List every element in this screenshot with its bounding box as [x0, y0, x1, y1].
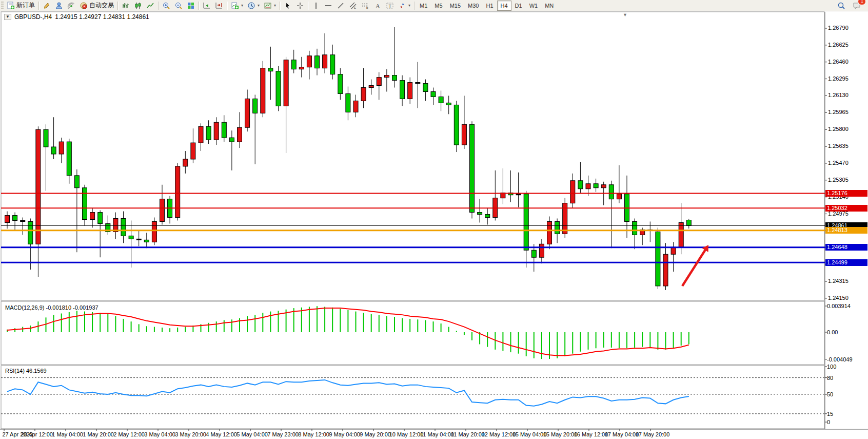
vertical-line-button[interactable] [310, 0, 322, 11]
chart-shift-button[interactable] [213, 0, 225, 11]
date-axis-label[interactable]: 10 May 12:00 [389, 431, 424, 437]
autotrading-button[interactable]: 自动交易 [77, 0, 116, 11]
rsi-axis-label[interactable]: 50 [827, 391, 833, 397]
price-axis-label[interactable]: 1.25800 [828, 126, 849, 132]
price-axis-label[interactable]: 1.25305 [828, 177, 849, 183]
chart-window[interactable]: ▼ GBPUSD-,H4 1.24915 1.24927 1.24831 1.2… [0, 11, 868, 439]
date-axis-label[interactable]: 9 May 04:00 [329, 431, 360, 437]
timeframe-button-h1[interactable]: H1 [482, 1, 497, 11]
date-axis-label[interactable]: 5 May 04:00 [236, 431, 268, 437]
terminal-button[interactable] [53, 0, 65, 11]
auto-scroll-button[interactable] [201, 0, 213, 11]
toolbar-separator [117, 2, 118, 10]
date-axis-label[interactable]: 4 May 12:00 [206, 431, 237, 437]
notifications-button[interactable]: 1 [851, 0, 863, 11]
crosshair-button[interactable] [294, 0, 306, 11]
macd-axis-label[interactable]: 0.00 [827, 329, 838, 335]
chevron-down-icon[interactable]: ▾ [241, 3, 243, 8]
periods-button[interactable]: ▾ [245, 0, 262, 11]
trendline-button[interactable] [334, 0, 347, 11]
date-axis-label[interactable]: 28 Apr 12:00 [21, 431, 53, 437]
cursor-button[interactable] [282, 0, 294, 11]
timeframe-button-m1[interactable]: M1 [416, 1, 431, 11]
rsi-axis-label[interactable]: 100 [827, 364, 836, 370]
date-axis-label[interactable]: 3 May 20:00 [175, 431, 206, 437]
search-button[interactable] [835, 0, 847, 11]
date-axis-label[interactable]: 11 May 04:00 [420, 431, 454, 437]
date-axis-label[interactable]: 3 May 04:00 [144, 431, 175, 437]
styler-button[interactable] [41, 0, 53, 11]
chevron-down-icon[interactable]: ▾ [274, 3, 276, 8]
price-axis-label[interactable]: 1.26790 [828, 25, 849, 31]
timeframe-button-m15[interactable]: M15 [446, 1, 464, 11]
price-axis-label[interactable]: 1.25965 [828, 109, 849, 115]
candle-body [686, 220, 691, 226]
text-label-button[interactable]: T [384, 0, 396, 11]
bar-chart-button[interactable] [120, 0, 132, 11]
chart-shift-marker-icon[interactable]: ▼ [623, 12, 627, 17]
date-axis-label[interactable]: 2 May 12:00 [113, 431, 145, 437]
date-axis-label[interactable]: 17 May 20:00 [636, 431, 670, 437]
date-axis-label[interactable]: 8 May 12:00 [298, 431, 329, 437]
price-axis-label[interactable]: 1.25635 [828, 143, 849, 149]
text-button[interactable]: A [371, 0, 384, 11]
date-axis-label[interactable]: 15 May 20:00 [543, 431, 578, 437]
candle-body [74, 176, 79, 188]
rsi-axis-label[interactable]: 80 [827, 375, 833, 381]
rsi-axis-label[interactable]: 0 [827, 419, 830, 425]
fibonacci-button[interactable]: F [359, 0, 371, 11]
rsi-axis-label[interactable]: 15 [827, 411, 833, 417]
chevron-down-icon[interactable]: ▾ [408, 3, 410, 8]
channel-button[interactable]: E [347, 0, 359, 11]
templates-button[interactable]: ▾ [262, 0, 278, 11]
zoom-out-button[interactable] [172, 0, 185, 11]
date-axis-label[interactable]: 7 May 23:00 [267, 431, 299, 437]
candle-body [307, 56, 311, 67]
chevron-down-icon[interactable]: ▼ [4, 14, 11, 20]
chart-canvas[interactable] [0, 11, 868, 439]
macd-axis-label[interactable]: 0.003914 [827, 303, 851, 309]
date-axis-label[interactable]: 15 May 04:00 [512, 431, 547, 437]
candle-body [175, 166, 180, 218]
new-order-button[interactable]: 新订单 [5, 0, 37, 11]
price-axis-label[interactable]: 1.26295 [828, 75, 849, 82]
date-axis-label[interactable]: 12 May 12:00 [482, 431, 516, 437]
indicators-button[interactable]: ▾ [229, 0, 245, 11]
candle-body [284, 60, 288, 106]
timeframe-button-d1[interactable]: D1 [511, 1, 526, 11]
rsi-line [7, 380, 689, 406]
date-axis-label[interactable]: 16 May 12:00 [574, 431, 608, 437]
timeframe-button-mn[interactable]: MN [541, 1, 557, 11]
candle-body [609, 185, 614, 199]
timeframe-button-w1[interactable]: W1 [526, 1, 542, 11]
auto-scroll-icon [203, 2, 211, 10]
line-chart-button[interactable] [144, 0, 156, 11]
zoom-in-button[interactable] [160, 0, 172, 11]
arrow-annotation-shaft [682, 249, 706, 286]
signals-button[interactable] [65, 0, 77, 11]
price-badge: 1.24648 [825, 244, 867, 251]
price-axis-label[interactable]: 1.24315 [828, 278, 849, 284]
macd-axis-label[interactable]: -0.004049 [827, 356, 853, 362]
arrows-button[interactable]: ▾ [396, 0, 412, 11]
date-axis-label[interactable]: 1 May 04:00 [52, 431, 83, 437]
date-axis-label[interactable]: 17 May 04:00 [605, 431, 639, 437]
date-axis-label[interactable]: 11 May 20:00 [451, 431, 485, 437]
price-axis-label[interactable]: 1.25470 [828, 160, 849, 166]
tile-windows-button[interactable] [185, 0, 197, 11]
toolbar-button-label: 新订单 [16, 1, 35, 10]
price-axis-label[interactable]: 1.26625 [828, 42, 849, 48]
chevron-down-icon[interactable]: ▾ [258, 3, 260, 8]
date-axis-label[interactable]: 1 May 20:00 [83, 431, 114, 437]
price-axis-label[interactable]: 1.26460 [828, 59, 849, 65]
candle-body [136, 239, 141, 240]
date-axis-label[interactable]: 9 May 20:00 [360, 431, 391, 437]
timeframe-button-m5[interactable]: M5 [431, 1, 446, 11]
price-axis-label[interactable]: 1.26130 [828, 92, 849, 98]
candle-body [601, 185, 606, 188]
horizontal-line-button[interactable] [322, 0, 334, 11]
price-axis-label[interactable]: 1.24150 [828, 295, 849, 301]
timeframe-button-m30[interactable]: M30 [464, 1, 482, 11]
candlestick-button[interactable] [132, 0, 144, 11]
timeframe-button-h4[interactable]: H4 [497, 1, 511, 11]
